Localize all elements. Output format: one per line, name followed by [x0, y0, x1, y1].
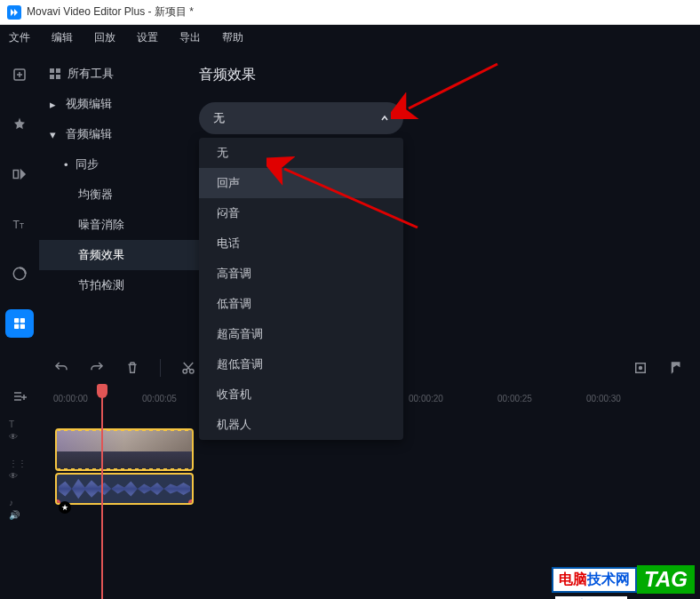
chevron-right-icon: ▸	[50, 100, 59, 108]
tree-all-tools[interactable]: 所有工具	[39, 59, 199, 89]
content-area: 音频效果 无 无 回声 闷音 电话 高音调 低音调 超高音调 超低音调 收音机 …	[199, 50, 700, 386]
tree-equalizer[interactable]: 均衡器	[39, 180, 199, 210]
window-titlebar: Movavi Video Editor Plus - 新项目 *	[0, 0, 700, 25]
sidebar-sticker-icon[interactable]	[5, 260, 34, 288]
icon-sidebar: TT	[0, 50, 39, 386]
option-high-pitch[interactable]: 高音调	[199, 259, 403, 289]
tree-label: 噪音消除	[78, 217, 124, 233]
tree-noise-removal[interactable]: 噪音消除	[39, 210, 199, 240]
watermark: 电脑技术网 www.tagxp.com TAG	[552, 565, 695, 594]
option-robot[interactable]: 机器人	[199, 410, 403, 440]
separator	[160, 359, 161, 377]
marker-button[interactable]	[668, 360, 684, 376]
tree-label: 所有工具	[68, 66, 114, 82]
menu-file[interactable]: 文件	[4, 27, 36, 49]
svg-rect-1	[13, 171, 18, 179]
tree-label: 视频编辑	[66, 96, 112, 112]
effect-dropdown[interactable]: 无	[199, 102, 403, 134]
tree-sync[interactable]: • 同步	[39, 149, 199, 180]
menu-playback[interactable]: 回放	[89, 27, 121, 49]
watermark-tag: TAG	[637, 565, 695, 594]
svg-rect-8	[20, 324, 25, 329]
chevron-down-icon: ▾	[50, 130, 59, 139]
bullet-icon: •	[64, 158, 68, 172]
clip-effect-badge[interactable]: ★	[59, 501, 71, 514]
watermark-url: www.tagxp.com	[555, 596, 627, 600]
tree-label: 同步	[76, 156, 99, 172]
sidebar-more-icon[interactable]	[5, 309, 34, 338]
dropdown-list: 无 回声 闷音 电话 高音调 低音调 超高音调 超低音调 收音机 机器人	[199, 138, 403, 440]
option-very-high-pitch[interactable]: 超高音调	[199, 319, 403, 349]
sidebar-text-icon[interactable]: TT	[5, 210, 34, 238]
svg-rect-10	[56, 68, 60, 73]
svg-point-18	[640, 367, 642, 370]
video-clip[interactable]	[55, 428, 194, 471]
tree-label: 音频效果	[78, 247, 124, 263]
tree-audio-effects[interactable]: 音频效果	[39, 240, 199, 270]
option-muffled[interactable]: 闷音	[199, 198, 403, 228]
svg-rect-9	[50, 68, 54, 73]
option-radio[interactable]: 收音机	[199, 379, 403, 410]
time-mark: 00:00:20	[409, 394, 497, 403]
tree-panel: 所有工具 ▸ 视频编辑 ▾ 音频编辑 • 同步 均衡器 噪音消除 音频效果	[39, 50, 199, 386]
option-echo[interactable]: 回声	[199, 168, 403, 198]
dropdown-selected: 无	[213, 110, 225, 126]
app-icon	[7, 5, 21, 20]
sidebar-transition-icon[interactable]	[5, 160, 34, 188]
menu-edit[interactable]: 编辑	[46, 27, 78, 49]
sidebar-pin-icon[interactable]	[5, 110, 34, 139]
clip-border	[57, 468, 192, 471]
delete-button[interactable]	[124, 360, 140, 376]
svg-text:T: T	[20, 222, 24, 230]
audio-clip[interactable]	[55, 473, 194, 505]
clip-handle-right[interactable]	[188, 499, 194, 505]
playhead[interactable]	[101, 386, 103, 599]
sidebar-add-icon[interactable]	[5, 60, 34, 89]
track-audio-icon[interactable]: ♪	[9, 498, 23, 507]
window-title: Movavi Video Editor Plus - 新项目 *	[27, 4, 194, 20]
svg-rect-12	[56, 75, 60, 79]
menubar: 文件 编辑 回放 设置 导出 帮助	[0, 25, 700, 50]
svg-rect-11	[50, 75, 54, 79]
chevron-up-icon	[380, 112, 389, 125]
tree-video-edit[interactable]: ▸ 视频编辑	[39, 89, 199, 119]
menu-help[interactable]: 帮助	[217, 27, 249, 49]
option-phone[interactable]: 电话	[199, 228, 403, 259]
menu-export[interactable]: 导出	[174, 27, 206, 49]
option-very-low-pitch[interactable]: 超低音调	[199, 349, 403, 379]
clip-border	[57, 428, 192, 431]
svg-rect-6	[20, 318, 25, 323]
option-none[interactable]: 无	[199, 138, 403, 168]
crop-button[interactable]	[632, 360, 648, 376]
tree-audio-edit[interactable]: ▾ 音频编辑	[39, 119, 199, 149]
tree-label: 节拍检测	[78, 277, 124, 293]
track-text-icon[interactable]: T	[9, 419, 23, 429]
playhead-handle[interactable]	[97, 384, 107, 398]
cut-button[interactable]	[180, 360, 196, 376]
undo-button[interactable]	[53, 360, 69, 376]
svg-rect-5	[14, 318, 19, 323]
waveform	[59, 476, 190, 501]
option-low-pitch[interactable]: 低音调	[199, 289, 403, 319]
svg-rect-7	[14, 324, 19, 329]
watermark-text: 电脑技术网	[552, 567, 637, 593]
redo-button[interactable]	[89, 360, 105, 376]
content-title: 音频效果	[199, 66, 700, 84]
menu-settings[interactable]: 设置	[131, 27, 163, 49]
track-mute-icon[interactable]: 🔊	[9, 510, 23, 520]
time-mark: 00:00:30	[586, 394, 675, 403]
tree-beat-detect[interactable]: 节拍检测	[39, 270, 199, 300]
tree-label: 音频编辑	[66, 126, 112, 142]
add-track-button[interactable]	[12, 389, 27, 407]
clip-container: ★	[55, 428, 194, 505]
track-visibility-icon[interactable]: 👁	[9, 471, 23, 481]
track-visibility-icon[interactable]: 👁	[9, 432, 23, 442]
track-link-icon[interactable]: ⋮⋮	[9, 459, 23, 468]
grid-icon	[50, 68, 60, 79]
time-mark: 00:00:25	[497, 394, 586, 403]
tree-label: 均衡器	[78, 187, 113, 203]
